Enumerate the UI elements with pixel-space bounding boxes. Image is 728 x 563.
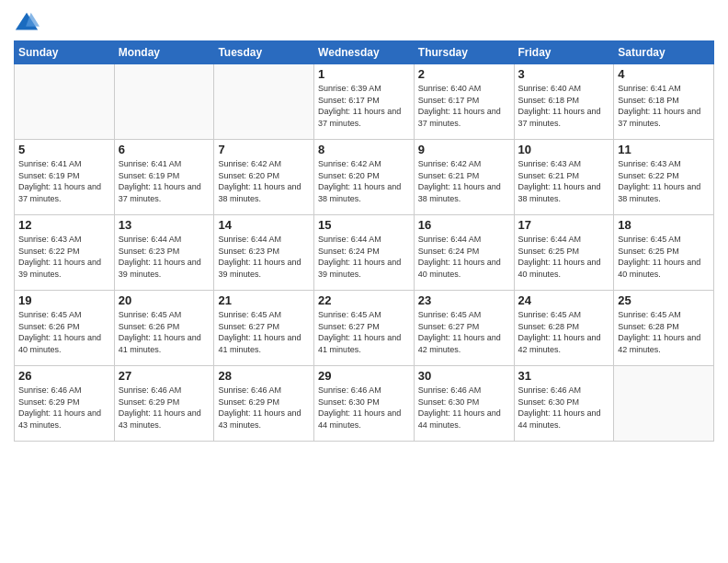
day-info: Sunrise: 6:41 AMSunset: 6:18 PMDaylight:… <box>618 83 710 129</box>
calendar-cell: 23Sunrise: 6:45 AMSunset: 6:27 PMDayligh… <box>414 291 514 366</box>
calendar-cell: 29Sunrise: 6:46 AMSunset: 6:30 PMDayligh… <box>314 366 415 442</box>
calendar-cell: 19Sunrise: 6:45 AMSunset: 6:26 PMDayligh… <box>15 291 115 366</box>
day-number: 24 <box>518 293 610 307</box>
calendar-cell: 10Sunrise: 6:43 AMSunset: 6:21 PMDayligh… <box>514 140 614 215</box>
calendar-week-row: 12Sunrise: 6:43 AMSunset: 6:22 PMDayligh… <box>15 215 714 291</box>
calendar-cell: 14Sunrise: 6:44 AMSunset: 6:23 PMDayligh… <box>214 215 314 291</box>
day-number: 19 <box>18 293 110 307</box>
weekday-header: Friday <box>514 41 614 64</box>
day-info: Sunrise: 6:45 AMSunset: 6:28 PMDaylight:… <box>618 309 710 355</box>
calendar-cell: 1Sunrise: 6:39 AMSunset: 6:17 PMDaylight… <box>314 64 415 140</box>
calendar-cell: 13Sunrise: 6:44 AMSunset: 6:23 PMDayligh… <box>114 215 214 291</box>
day-number: 10 <box>518 143 610 156</box>
day-info: Sunrise: 6:40 AMSunset: 6:17 PMDaylight:… <box>418 83 510 129</box>
weekday-header: Tuesday <box>214 41 314 64</box>
day-info: Sunrise: 6:40 AMSunset: 6:18 PMDaylight:… <box>518 83 610 129</box>
day-info: Sunrise: 6:46 AMSunset: 6:30 PMDaylight:… <box>418 385 510 431</box>
calendar-cell: 2Sunrise: 6:40 AMSunset: 6:17 PMDaylight… <box>414 64 514 140</box>
calendar-cell: 21Sunrise: 6:45 AMSunset: 6:27 PMDayligh… <box>214 291 314 366</box>
calendar-cell <box>114 64 214 140</box>
logo-icon <box>14 9 40 35</box>
day-number: 22 <box>318 293 410 307</box>
calendar-week-row: 1Sunrise: 6:39 AMSunset: 6:17 PMDaylight… <box>15 64 714 140</box>
day-number: 30 <box>418 369 510 383</box>
day-info: Sunrise: 6:42 AMSunset: 6:20 PMDaylight:… <box>318 158 410 204</box>
day-info: Sunrise: 6:45 AMSunset: 6:27 PMDaylight:… <box>218 309 310 355</box>
calendar-header-row: SundayMondayTuesdayWednesdayThursdayFrid… <box>15 41 714 64</box>
day-number: 3 <box>518 67 610 81</box>
day-number: 14 <box>218 218 310 232</box>
day-info: Sunrise: 6:44 AMSunset: 6:23 PMDaylight:… <box>218 234 310 280</box>
day-info: Sunrise: 6:43 AMSunset: 6:22 PMDaylight:… <box>618 158 710 204</box>
day-number: 18 <box>618 218 710 232</box>
day-number: 7 <box>218 143 310 156</box>
calendar-cell: 8Sunrise: 6:42 AMSunset: 6:20 PMDaylight… <box>314 140 415 215</box>
day-number: 12 <box>18 218 110 232</box>
calendar-cell: 3Sunrise: 6:40 AMSunset: 6:18 PMDaylight… <box>514 64 614 140</box>
calendar-cell: 4Sunrise: 6:41 AMSunset: 6:18 PMDaylight… <box>614 64 714 140</box>
calendar-cell: 27Sunrise: 6:46 AMSunset: 6:29 PMDayligh… <box>114 366 214 442</box>
day-number: 26 <box>18 369 110 383</box>
day-info: Sunrise: 6:43 AMSunset: 6:22 PMDaylight:… <box>18 234 110 280</box>
day-number: 20 <box>119 293 210 307</box>
day-info: Sunrise: 6:46 AMSunset: 6:30 PMDaylight:… <box>318 385 410 431</box>
calendar-cell <box>15 64 115 140</box>
calendar-cell: 18Sunrise: 6:45 AMSunset: 6:25 PMDayligh… <box>614 215 714 291</box>
day-number: 27 <box>119 369 210 383</box>
day-number: 17 <box>518 218 610 232</box>
calendar-cell: 9Sunrise: 6:42 AMSunset: 6:21 PMDaylight… <box>414 140 514 215</box>
day-info: Sunrise: 6:42 AMSunset: 6:20 PMDaylight:… <box>218 158 310 204</box>
day-number: 9 <box>418 143 510 156</box>
day-info: Sunrise: 6:39 AMSunset: 6:17 PMDaylight:… <box>318 83 410 129</box>
day-info: Sunrise: 6:43 AMSunset: 6:21 PMDaylight:… <box>518 158 610 204</box>
day-number: 16 <box>418 218 510 232</box>
calendar-week-row: 19Sunrise: 6:45 AMSunset: 6:26 PMDayligh… <box>15 291 714 366</box>
day-info: Sunrise: 6:45 AMSunset: 6:28 PMDaylight:… <box>518 309 610 355</box>
day-info: Sunrise: 6:45 AMSunset: 6:26 PMDaylight:… <box>119 309 210 355</box>
day-info: Sunrise: 6:46 AMSunset: 6:29 PMDaylight:… <box>18 385 110 431</box>
day-number: 21 <box>218 293 310 307</box>
calendar-cell: 17Sunrise: 6:44 AMSunset: 6:25 PMDayligh… <box>514 215 614 291</box>
calendar-cell: 11Sunrise: 6:43 AMSunset: 6:22 PMDayligh… <box>614 140 714 215</box>
calendar-cell: 5Sunrise: 6:41 AMSunset: 6:19 PMDaylight… <box>15 140 115 215</box>
day-info: Sunrise: 6:44 AMSunset: 6:25 PMDaylight:… <box>518 234 610 280</box>
calendar-cell: 30Sunrise: 6:46 AMSunset: 6:30 PMDayligh… <box>414 366 514 442</box>
day-info: Sunrise: 6:44 AMSunset: 6:23 PMDaylight:… <box>119 234 210 280</box>
day-info: Sunrise: 6:45 AMSunset: 6:27 PMDaylight:… <box>418 309 510 355</box>
calendar-cell: 26Sunrise: 6:46 AMSunset: 6:29 PMDayligh… <box>15 366 115 442</box>
logo <box>14 9 43 35</box>
day-number: 6 <box>119 143 210 156</box>
calendar-week-row: 26Sunrise: 6:46 AMSunset: 6:29 PMDayligh… <box>15 366 714 442</box>
day-info: Sunrise: 6:45 AMSunset: 6:26 PMDaylight:… <box>18 309 110 355</box>
calendar-cell: 20Sunrise: 6:45 AMSunset: 6:26 PMDayligh… <box>114 291 214 366</box>
page: SundayMondayTuesdayWednesdayThursdayFrid… <box>0 0 728 563</box>
day-number: 8 <box>318 143 410 156</box>
day-info: Sunrise: 6:45 AMSunset: 6:27 PMDaylight:… <box>318 309 410 355</box>
day-info: Sunrise: 6:46 AMSunset: 6:29 PMDaylight:… <box>119 385 210 431</box>
day-number: 5 <box>18 143 110 156</box>
calendar-cell: 22Sunrise: 6:45 AMSunset: 6:27 PMDayligh… <box>314 291 415 366</box>
calendar-week-row: 5Sunrise: 6:41 AMSunset: 6:19 PMDaylight… <box>15 140 714 215</box>
calendar-cell: 12Sunrise: 6:43 AMSunset: 6:22 PMDayligh… <box>15 215 115 291</box>
calendar-cell: 31Sunrise: 6:46 AMSunset: 6:30 PMDayligh… <box>514 366 614 442</box>
day-info: Sunrise: 6:41 AMSunset: 6:19 PMDaylight:… <box>18 158 110 204</box>
day-number: 23 <box>418 293 510 307</box>
day-info: Sunrise: 6:44 AMSunset: 6:24 PMDaylight:… <box>318 234 410 280</box>
weekday-header: Monday <box>114 41 214 64</box>
day-info: Sunrise: 6:42 AMSunset: 6:21 PMDaylight:… <box>418 158 510 204</box>
calendar-cell <box>614 366 714 442</box>
day-number: 11 <box>618 143 710 156</box>
day-info: Sunrise: 6:41 AMSunset: 6:19 PMDaylight:… <box>119 158 210 204</box>
day-number: 25 <box>618 293 710 307</box>
day-info: Sunrise: 6:45 AMSunset: 6:25 PMDaylight:… <box>618 234 710 280</box>
day-info: Sunrise: 6:46 AMSunset: 6:29 PMDaylight:… <box>218 385 310 431</box>
day-number: 1 <box>318 67 410 81</box>
calendar-cell: 7Sunrise: 6:42 AMSunset: 6:20 PMDaylight… <box>214 140 314 215</box>
day-number: 15 <box>318 218 410 232</box>
calendar-cell <box>214 64 314 140</box>
day-number: 2 <box>418 67 510 81</box>
calendar-cell: 16Sunrise: 6:44 AMSunset: 6:24 PMDayligh… <box>414 215 514 291</box>
day-info: Sunrise: 6:44 AMSunset: 6:24 PMDaylight:… <box>418 234 510 280</box>
day-number: 13 <box>119 218 210 232</box>
weekday-header: Wednesday <box>314 41 415 64</box>
